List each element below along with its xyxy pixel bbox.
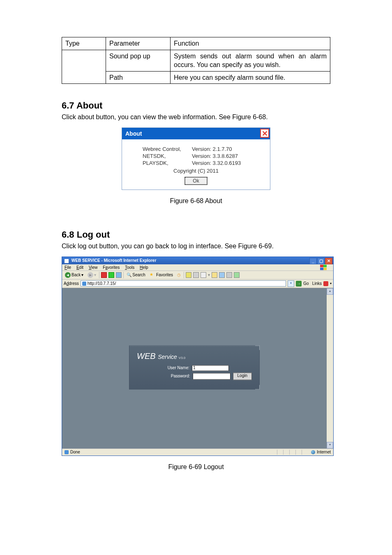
separator — [123, 272, 124, 278]
about-row-value: Version: 3.3.8.6287 — [192, 153, 238, 159]
th-parameter: Parameter — [106, 37, 171, 50]
ie-window-title: WEB SERVICE - Microsoft Internet Explore… — [71, 258, 157, 263]
about-titlebar: About ✕ — [122, 128, 270, 139]
ie-toolbar: ◄ Back ▾ ► ▾ 🔍 Search ★ — [62, 271, 333, 280]
password-label: Password: — [171, 374, 190, 379]
corner-decoration — [255, 385, 260, 389]
favorites-label: Favorites — [156, 273, 173, 277]
scroll-up-icon[interactable]: ▴ — [327, 288, 333, 295]
favorites-button[interactable]: ★ Favorites — [148, 272, 174, 278]
about-dialog: About ✕ Webrec Control, Version: 2.1.7.7… — [122, 127, 270, 190]
figure-caption-about: Figure 6-68 About — [62, 197, 330, 205]
print-icon[interactable] — [193, 272, 199, 278]
menu-tools[interactable]: Tools — [125, 265, 134, 270]
page-icon — [82, 282, 86, 286]
username-field[interactable]: 1 — [192, 365, 229, 371]
chevron-down-icon: ▾ — [330, 282, 332, 285]
toolbar-icon[interactable] — [226, 272, 232, 278]
chevron-down-icon: ▾ — [81, 273, 83, 277]
zone-text: Internet — [317, 450, 331, 454]
status-cells — [277, 450, 308, 455]
table-row: Sound pop up System sends out alarm soun… — [62, 50, 330, 71]
mail-icon[interactable] — [186, 272, 191, 278]
done-icon — [65, 450, 69, 454]
address-dropdown-icon[interactable]: ▾ — [288, 280, 294, 287]
menu-favorites[interactable]: Favorites — [103, 265, 120, 270]
back-button[interactable]: ◄ Back ▾ — [64, 272, 85, 278]
forward-icon: ► — [88, 272, 93, 278]
edit-icon[interactable] — [201, 272, 206, 278]
search-icon: 🔍 — [127, 273, 131, 277]
forward-button[interactable]: ► ▾ — [86, 272, 97, 278]
status-text: Done — [70, 450, 80, 454]
menu-edit[interactable]: Edit — [76, 265, 83, 270]
minimize-icon[interactable]: _ — [309, 258, 317, 264]
history-icon: ◷ — [177, 273, 181, 277]
th-function: Function — [171, 37, 330, 50]
cell-func: Here you can specify alarm sound file. — [171, 71, 330, 84]
refresh-icon[interactable] — [108, 272, 114, 278]
parameter-table: Type Parameter Function Sound pop up Sys… — [62, 37, 330, 84]
close-icon[interactable]: ✕ — [260, 129, 269, 138]
cell-func: System sends out alarm sound when an ala… — [171, 50, 330, 71]
search-button[interactable]: 🔍 Search — [125, 272, 147, 278]
cell-param: Path — [106, 71, 171, 84]
cell-type — [62, 50, 106, 84]
ok-button[interactable]: Ok — [185, 177, 207, 185]
login-card: WEB ServiceV3.0 User Name: 1 Password: L… — [129, 346, 259, 389]
about-row-label: Webrec Control, — [130, 146, 192, 152]
address-label: Address — [64, 281, 79, 286]
links-label[interactable]: Links — [312, 281, 322, 286]
ie-addressbar: Address http://10.7.7.15/ ▾ → Go Links ▾ — [62, 280, 333, 288]
ie-app-icon — [65, 259, 69, 263]
menu-help[interactable]: Help — [140, 265, 148, 270]
history-button[interactable]: ◷ — [176, 272, 182, 278]
ms-flag-icon — [320, 265, 327, 271]
toolbar-icon[interactable] — [219, 272, 225, 278]
login-button[interactable]: Login — [233, 372, 252, 380]
address-value: http://10.7.7.15/ — [88, 281, 116, 286]
toolbar-icon[interactable] — [212, 272, 217, 278]
close-icon[interactable]: ✕ — [325, 258, 332, 264]
stop-icon[interactable] — [101, 272, 107, 278]
maximize-icon[interactable]: ▢ — [317, 258, 325, 264]
th-type: Type — [62, 37, 106, 50]
separator — [184, 272, 184, 278]
about-row-label: PLAYSDK, — [130, 160, 192, 166]
figure-caption-logout: Figure 6-69 Logout — [62, 463, 330, 471]
about-row-value: Version: 3.32.0.6193 — [192, 160, 241, 166]
corner-decoration — [255, 345, 260, 350]
about-description: Click about button, you can view the web… — [62, 113, 330, 121]
go-label: Go — [303, 281, 309, 286]
about-row-label: NETSDK, — [130, 153, 192, 159]
ie-window: WEB SERVICE - Microsoft Internet Explore… — [62, 257, 334, 456]
back-label: Back — [71, 273, 81, 277]
star-icon: ★ — [150, 272, 155, 278]
home-icon[interactable] — [116, 272, 122, 278]
menu-view[interactable]: View — [89, 265, 98, 270]
cell-param: Sound pop up — [106, 50, 171, 71]
about-row-value: Version: 2.1.7.70 — [192, 146, 232, 152]
ie-menubar: File Edit View Favorites Tools Help — [62, 264, 333, 271]
scroll-down-icon[interactable]: ▾ — [327, 442, 333, 449]
heading-about: 6.7 About — [62, 100, 330, 111]
links-icon[interactable] — [323, 281, 328, 286]
ie-titlebar: WEB SERVICE - Microsoft Internet Explore… — [62, 257, 333, 264]
internet-zone-icon — [311, 450, 315, 454]
menu-file[interactable]: File — [65, 265, 71, 270]
about-copyright: Copyright (C) 2011 — [130, 168, 262, 174]
address-field[interactable]: http://10.7.7.15/ — [81, 280, 286, 287]
chevron-down-icon: ▾ — [94, 273, 96, 277]
ie-viewport: ▴ ▾ WEB ServiceV3.0 User Name: 1 — [62, 288, 333, 449]
toolbar-icon[interactable] — [234, 272, 240, 278]
go-button[interactable]: → — [296, 281, 302, 287]
username-label: User Name: — [168, 366, 189, 370]
about-title: About — [125, 130, 142, 137]
scrollbar[interactable]: ▴ ▾ — [327, 288, 333, 449]
ie-statusbar: Done Internet — [62, 449, 333, 456]
logout-description: Click log out button, you can go back to… — [62, 243, 330, 250]
back-icon: ◄ — [65, 272, 71, 278]
chevron-down-icon: ▾ — [208, 273, 210, 277]
password-field[interactable] — [193, 373, 231, 379]
heading-logout: 6.8 Log out — [62, 229, 330, 240]
